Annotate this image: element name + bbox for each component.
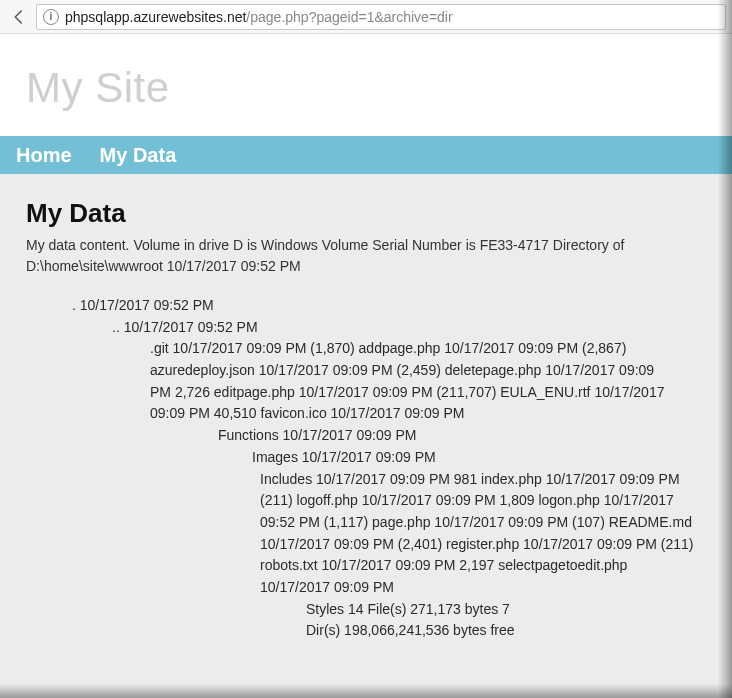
browser-address-bar: i phpsqlapp.azurewebsites.net/page.php?p… xyxy=(0,0,732,34)
directory-listing: . 10/17/2017 09:52 PM .. 10/17/2017 09:5… xyxy=(26,295,706,642)
dir-file-block-1: .git 10/17/2017 09:09 PM (1,870) addpage… xyxy=(26,338,676,425)
back-button[interactable] xyxy=(6,4,32,30)
content-area: My Data My data content. Volume in drive… xyxy=(0,174,732,698)
dir-entry-functions: Functions 10/17/2017 09:09 PM xyxy=(26,425,706,447)
dir-summary: Styles 14 File(s) 271,173 bytes 7 Dir(s)… xyxy=(26,599,546,642)
nav-mydata[interactable]: My Data xyxy=(100,144,177,167)
url-host: phpsqlapp.azurewebsites.net xyxy=(65,9,246,25)
url-input[interactable]: i phpsqlapp.azurewebsites.net/page.php?p… xyxy=(36,4,726,30)
dir-entry-dotdot: .. 10/17/2017 09:52 PM xyxy=(26,317,706,339)
url-path: /page.php?pageid=1&archive=dir xyxy=(246,9,452,25)
dir-file-block-2: Includes 10/17/2017 09:09 PM 981 index.p… xyxy=(26,469,696,599)
nav-home[interactable]: Home xyxy=(16,144,72,167)
page-heading: My Data xyxy=(26,198,706,229)
intro-text: My data content. Volume in drive D is Wi… xyxy=(26,235,666,277)
site-info-icon[interactable]: i xyxy=(43,9,59,25)
site-title: My Site xyxy=(0,34,732,136)
main-nav: Home My Data xyxy=(0,136,732,174)
dir-entry-dot: . 10/17/2017 09:52 PM xyxy=(26,295,706,317)
dir-entry-images: Images 10/17/2017 09:09 PM xyxy=(26,447,706,469)
page-body: My Site Home My Data My Data My data con… xyxy=(0,34,732,698)
arrow-left-icon xyxy=(10,8,28,26)
